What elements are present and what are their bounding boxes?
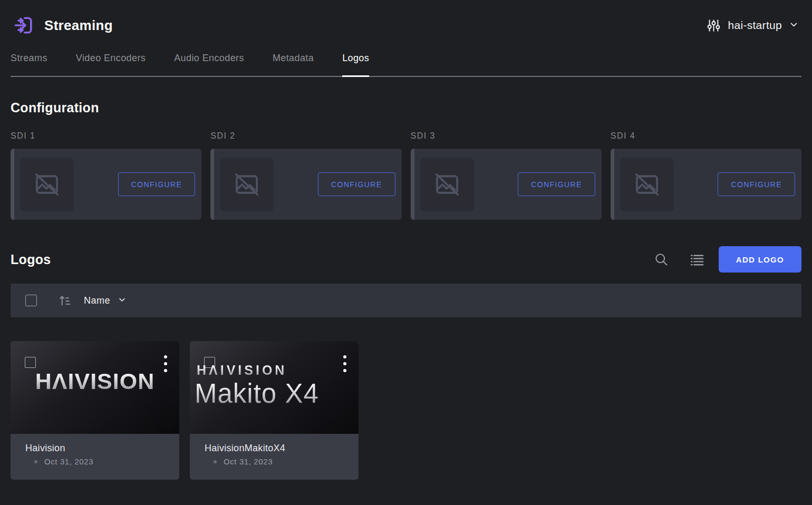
logo-name: Haivision	[25, 443, 179, 454]
select-all-checkbox[interactable]	[25, 295, 37, 306]
tab-streams[interactable]: Streams	[11, 53, 47, 76]
bullet-dot	[214, 460, 217, 463]
logo-wordmark-small: HΛIVISION	[197, 363, 287, 378]
sort-field-label[interactable]: Name	[84, 295, 110, 306]
configure-button[interactable]: CONFIGURE	[518, 172, 595, 196]
add-logo-button[interactable]: ADD LOGO	[719, 246, 801, 273]
logo-preview: HΛIVISION Makito X4	[190, 341, 359, 434]
logo-wordmark: HΛIVISION	[11, 368, 179, 394]
sdi-slot-1: SDI 1 CONFIGURE	[11, 131, 201, 220]
logos-heading: Logos	[11, 252, 51, 267]
sdi-card: CONFIGURE	[411, 149, 602, 220]
tab-bar: Streams Video Encoders Audio Encoders Me…	[11, 53, 801, 77]
logo-thumbnail-placeholder	[420, 158, 474, 211]
tab-video-encoders[interactable]: Video Encoders	[76, 53, 146, 76]
image-off-icon	[433, 170, 461, 199]
sort-direction-button[interactable]	[57, 293, 72, 308]
kebab-dot	[343, 355, 346, 358]
tab-metadata[interactable]: Metadata	[273, 53, 314, 76]
tab-audio-encoders[interactable]: Audio Encoders	[174, 53, 244, 76]
sort-ascending-icon	[57, 293, 72, 308]
logo-meta: Oct 31, 2023	[34, 457, 179, 466]
logo-card-haivision[interactable]: HΛIVISION Haivision Oct 31, 2023	[11, 341, 179, 480]
kebab-dot	[164, 355, 167, 358]
sdi-slot-4: SDI 4 CONFIGURE	[611, 131, 801, 220]
chevron-down-glyph	[789, 20, 798, 29]
sdi-slot-2: SDI 2 CONFIGURE	[210, 131, 401, 220]
list-view-icon	[689, 251, 705, 268]
sdi-slot-label: SDI 3	[411, 131, 602, 141]
kebab-menu-button[interactable]	[340, 354, 350, 373]
logos-actions: ADD LOGO	[654, 246, 801, 273]
logo-card-grid: HΛIVISION Haivision Oct 31, 2023 HΛIVISI…	[11, 341, 801, 480]
configure-button[interactable]: CONFIGURE	[718, 172, 795, 196]
chevron-down-icon	[789, 20, 798, 31]
sdi-card: CONFIGURE	[611, 149, 801, 220]
image-off-icon	[633, 170, 661, 199]
sdi-card: CONFIGURE	[210, 149, 401, 220]
sort-field-chevron-icon[interactable]	[118, 296, 126, 306]
sdi-card: CONFIGURE	[11, 149, 201, 220]
logo-name: HaivisionMakitoX4	[205, 443, 359, 454]
kebab-dot	[164, 362, 167, 365]
streaming-arrows-icon	[13, 14, 36, 37]
list-view-button[interactable]	[689, 251, 705, 268]
sliders-glyph	[707, 18, 721, 33]
search-icon	[654, 252, 669, 267]
bullet-dot	[34, 460, 37, 463]
app-header: Streaming hai-startup	[0, 0, 812, 51]
image-off-icon	[233, 170, 261, 199]
streaming-arrows-glyph	[13, 14, 36, 37]
logo-thumbnail-placeholder	[220, 158, 274, 211]
logo-date: Oct 31, 2023	[44, 457, 93, 466]
configure-button[interactable]: CONFIGURE	[318, 172, 395, 196]
logo-thumbnail-placeholder	[620, 158, 674, 211]
logos-sort-toolbar: Name	[11, 284, 801, 317]
sdi-slot-3: SDI 3 CONFIGURE	[411, 131, 602, 220]
sliders-icon	[707, 18, 721, 33]
logo-meta: Oct 31, 2023	[214, 457, 359, 466]
logos-section-header: Logos ADD LOGO	[11, 246, 801, 273]
account-switcher[interactable]: hai-startup	[707, 18, 798, 33]
page-title: Streaming	[44, 17, 113, 34]
tab-logos[interactable]: Logos	[342, 53, 369, 76]
chevron-down-glyph	[118, 296, 126, 304]
sdi-slot-grid: SDI 1 CONFIGURE SDI 2 CONFIGURE	[11, 131, 801, 220]
image-off-icon	[33, 170, 61, 199]
search-button[interactable]	[654, 252, 669, 267]
kebab-dot	[343, 362, 346, 365]
logo-thumbnail-placeholder	[20, 158, 74, 211]
sdi-slot-label: SDI 4	[611, 131, 801, 141]
logo-card-footer: HaivisionMakitoX4 Oct 31, 2023	[190, 434, 359, 466]
logo-card-haivision-makito-x4[interactable]: HΛIVISION Makito X4 HaivisionMakitoX4 Oc…	[190, 341, 359, 480]
configure-button[interactable]: CONFIGURE	[118, 172, 196, 196]
configuration-heading: Configuration	[11, 100, 801, 115]
logo-select-checkbox[interactable]	[25, 357, 36, 368]
logo-preview: HΛIVISION	[11, 341, 179, 434]
logo-date: Oct 31, 2023	[224, 457, 273, 466]
sdi-slot-label: SDI 1	[11, 131, 201, 141]
sdi-slot-label: SDI 2	[210, 131, 401, 141]
account-name: hai-startup	[728, 19, 782, 32]
logo-wordmark: Makito X4	[195, 378, 319, 409]
kebab-dot	[343, 369, 346, 372]
logo-card-footer: Haivision Oct 31, 2023	[11, 434, 179, 466]
